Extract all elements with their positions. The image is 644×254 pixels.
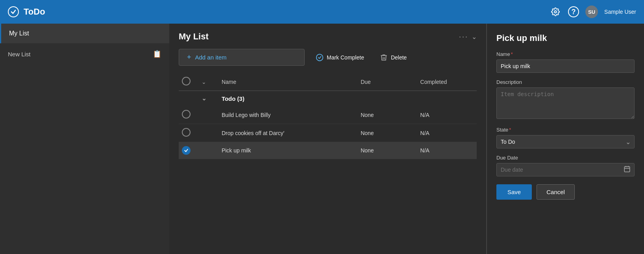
task-expand-cell-1 [198, 106, 218, 124]
col-check-header [179, 73, 198, 91]
description-textarea[interactable] [496, 87, 635, 119]
state-select[interactable]: To Do In Progress Completed [496, 135, 635, 148]
panel-header-actions[interactable]: ··· ⌄ [459, 33, 477, 41]
top-bar-right: ? SU Sample User [549, 6, 636, 18]
delete-icon [380, 54, 388, 61]
table-header-row: ⌄ Name Due Completed [179, 73, 477, 91]
task-expand-cell-3 [198, 142, 218, 159]
task-check-cell-3[interactable] [179, 142, 198, 159]
group-row: ⌄ Todo (3) [179, 91, 477, 106]
task-completed-cell-3: N/A [417, 142, 477, 159]
dots-menu[interactable]: ··· [459, 33, 468, 41]
col-expand-header: ⌄ [198, 73, 218, 91]
top-bar: ToDo ? SU Sample User [0, 0, 644, 24]
sidebar-new-list[interactable]: New List 📋 [0, 43, 169, 65]
name-required: * [511, 51, 513, 57]
name-input[interactable] [496, 59, 635, 73]
right-panel: Pick up milk Name* Description State* To… [487, 24, 644, 254]
svg-point-1 [316, 54, 323, 61]
add-item-label: Add an item [195, 54, 227, 61]
due-date-wrapper [496, 163, 635, 176]
due-date-input[interactable] [496, 163, 635, 176]
state-required: * [509, 127, 511, 133]
group-check-cell [179, 91, 198, 106]
delete-button[interactable]: Delete [375, 50, 411, 65]
mark-complete-icon [316, 54, 324, 61]
name-field-label: Name* [496, 51, 635, 57]
add-item-button[interactable]: + Add an item [179, 49, 305, 66]
task-due-cell-2: None [357, 124, 417, 142]
task-name-cell-3[interactable]: Pick up milk [218, 142, 357, 159]
svg-point-0 [554, 11, 557, 13]
plus-icon: + [187, 53, 191, 61]
group-label-cell: Todo (3) [218, 91, 477, 106]
mark-complete-label: Mark Complete [327, 54, 364, 61]
task-checkbox-1[interactable] [182, 110, 191, 119]
cancel-button[interactable]: Cancel [537, 184, 575, 200]
delete-label: Delete [391, 54, 407, 61]
detail-title: Pick up milk [496, 33, 635, 43]
sidebar-item-my-list[interactable]: My List [0, 24, 169, 43]
table-row: Drop cookies off at Darcy' None N/A [179, 124, 477, 142]
header-checkbox[interactable] [182, 77, 191, 85]
task-completed-cell-1: N/A [417, 106, 477, 124]
col-completed-header: Completed [417, 73, 477, 91]
state-select-wrapper: To Do In Progress Completed ⌄ [496, 135, 635, 148]
task-checkbox-2[interactable] [182, 128, 191, 137]
group-chevron-icon[interactable]: ⌄ [202, 95, 207, 102]
save-button[interactable]: Save [496, 184, 532, 200]
task-table: ⌄ Name Due Completed [179, 73, 477, 159]
sidebar: My List New List 📋 [0, 24, 169, 254]
button-row: Save Cancel [496, 184, 635, 200]
col-due-header: Due [357, 73, 417, 91]
table-row: Build Lego with Billy None N/A [179, 106, 477, 124]
main-content: My List New List 📋 My List ··· ⌄ + Add a… [0, 24, 644, 254]
sidebar-item-my-list-label: My List [9, 30, 29, 37]
col-name-header: Name [218, 73, 357, 91]
due-date-field-group: Due Date [496, 155, 635, 176]
task-name-cell-2[interactable]: Drop cookies off at Darcy' [218, 124, 357, 142]
top-bar-left: ToDo [8, 6, 45, 17]
task-due-cell-3: None [357, 142, 417, 159]
app-title: ToDo [24, 7, 45, 17]
add-item-bar: + Add an item Mark Complete [179, 49, 477, 66]
settings-button[interactable] [549, 6, 562, 18]
table-row-selected[interactable]: Pick up milk None N/A [179, 142, 477, 159]
name-field-group: Name* [496, 51, 635, 73]
header-expand-icon[interactable]: ⌄ [202, 79, 206, 85]
state-field-label: State* [496, 127, 635, 133]
task-expand-cell-2 [198, 124, 218, 142]
panel-header: My List ··· ⌄ [179, 32, 477, 42]
description-field-group: Description [496, 79, 635, 121]
app-logo-icon [8, 6, 19, 17]
task-name-cell-1[interactable]: Build Lego with Billy [218, 106, 357, 124]
new-list-label: New List [8, 51, 31, 57]
mark-complete-button[interactable]: Mark Complete [311, 50, 369, 65]
state-field-group: State* To Do In Progress Completed ⌄ [496, 127, 635, 148]
help-button[interactable]: ? [568, 6, 579, 17]
due-column-label: Due [361, 79, 371, 85]
panel-title: My List [179, 32, 209, 42]
user-name: Sample User [604, 9, 636, 15]
task-due-cell-1: None [357, 106, 417, 124]
task-completed-cell-2: N/A [417, 124, 477, 142]
new-list-icon: 📋 [153, 50, 161, 58]
center-panel: My List ··· ⌄ + Add an item Mark Complet… [169, 24, 487, 254]
group-label: Todo (3) [222, 95, 244, 102]
name-column-label: Name [222, 79, 236, 85]
completed-column-label: Completed [420, 79, 447, 85]
description-field-label: Description [496, 79, 635, 85]
task-check-cell-2[interactable] [179, 124, 198, 142]
task-checkbox-3[interactable] [182, 146, 191, 155]
group-expand-cell[interactable]: ⌄ [198, 91, 218, 106]
panel-collapse-icon[interactable]: ⌄ [472, 33, 477, 41]
avatar: SU [585, 6, 598, 18]
task-check-cell-1[interactable] [179, 106, 198, 124]
due-date-label: Due Date [496, 155, 635, 161]
